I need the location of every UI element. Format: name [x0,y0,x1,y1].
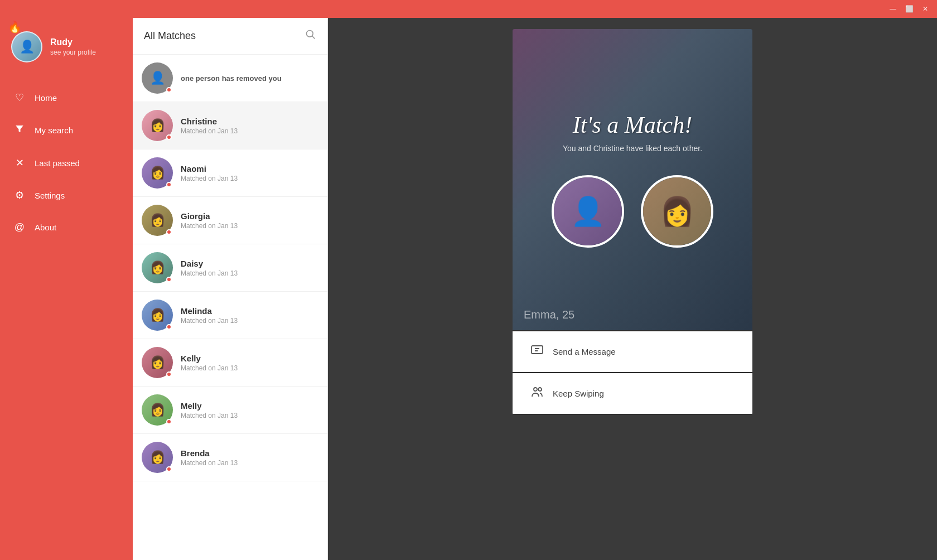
sidebar-item-about[interactable]: @ About [0,211,133,243]
svg-point-4 [538,388,542,391]
match-heading: It's a Match! [573,112,692,138]
match-info: Giorgia Matched on Jan 13 [181,211,318,230]
message-icon [530,344,544,360]
match-name: Kelly [181,354,318,363]
match-info: Naomi Matched on Jan 13 [181,164,318,182]
avatar-wrap: 👩 [142,110,173,141]
match-name: Melinda [181,306,318,316]
match-info: Melinda Matched on Jan 13 [181,306,318,325]
send-message-label: Send a Message [553,347,616,356]
match-date: Matched on Jan 13 [181,412,318,419]
search-icon[interactable] [305,29,316,43]
svg-rect-2 [532,346,543,354]
people-icon [530,385,544,402]
sidebar-nav: ♡ Home My search ✕ Last passed ⚙ Setting… [0,81,133,243]
avatar-wrap: 👩 [142,442,173,473]
match-card-bottom: Emma, 25 [513,300,752,330]
match-card: It's a Match! You and Christine have lik… [513,29,752,415]
sidebar-item-last-passed[interactable]: ✕ Last passed [0,147,133,179]
match-name: Christine [181,117,318,126]
notification-badge [166,87,172,93]
match-date: Matched on Jan 13 [181,269,318,277]
profile-name: Rudy [50,37,96,47]
notification-badge [166,466,172,472]
profile-info: Rudy see your profile [50,37,96,56]
user-avatar-image: 👤 [554,177,622,245]
notification-badge [166,371,172,377]
avatar-wrap: 👩 [142,205,173,236]
send-message-button[interactable]: Send a Message [513,331,752,372]
minimize-button[interactable]: — [890,5,896,13]
avatar: 👤 [11,31,42,62]
sidebar-item-label: Home [35,93,57,103]
profile-link[interactable]: see your profile [50,49,96,56]
sidebar-item-label: My search [35,125,73,135]
sidebar-item-label: About [35,223,56,232]
list-item[interactable]: 👩 Daisy Matched on Jan 13 [133,244,327,292]
matches-header: All Matches [133,18,327,55]
list-item[interactable]: 👩 Giorgia Matched on Jan 13 [133,197,327,244]
match-name: Daisy [181,259,318,268]
list-item[interactable]: 👩 Kelly Matched on Jan 13 [133,339,327,387]
match-info: Melly Matched on Jan 13 [181,401,318,419]
match-name: Giorgia [181,211,318,221]
list-item[interactable]: 👩 Naomi Matched on Jan 13 [133,149,327,197]
title-bar-controls: — ⬜ ✕ [890,5,937,13]
match-date: Matched on Jan 13 [181,364,318,372]
match-profile-avatar: 👩 [641,175,713,248]
filter-icon [13,124,26,137]
at-icon: @ [13,221,26,233]
match-info: Brenda Matched on Jan 13 [181,448,318,467]
match-date: Matched on Jan 13 [181,222,318,230]
list-item[interactable]: 👩 Melinda Matched on Jan 13 [133,292,327,339]
list-item[interactable]: 👩 Brenda Matched on Jan 13 [133,434,327,481]
match-card-image: It's a Match! You and Christine have lik… [513,29,752,330]
match-name: Melly [181,401,318,411]
match-name: Brenda [181,448,318,458]
match-date: Matched on Jan 13 [181,459,318,467]
sidebar-item-settings[interactable]: ⚙ Settings [0,179,133,211]
notification-badge [166,134,172,140]
matches-panel: All Matches 👤 one person has removed [133,18,328,560]
avatar-wrap: 👩 [142,300,173,331]
matches-title: All Matches [144,30,196,42]
keep-swiping-button[interactable]: Keep Swiping [513,373,752,414]
match-subtext: You and Christine have liked each other. [563,144,702,153]
match-date: Matched on Jan 13 [181,175,318,182]
match-info: one person has removed you [181,74,318,83]
close-button[interactable]: ✕ [922,5,928,13]
match-person-name: Emma, 25 [524,308,741,321]
user-avatar: 👤 [552,175,624,248]
match-card-content: It's a Match! You and Christine have lik… [513,112,752,248]
match-info: Kelly Matched on Jan 13 [181,354,318,372]
avatar-wrap: 👩 [142,157,173,189]
match-info: Daisy Matched on Jan 13 [181,259,318,277]
close-icon: ✕ [13,157,26,169]
list-item[interactable]: 👩 Melly Matched on Jan 13 [133,387,327,434]
sidebar-item-my-search[interactable]: My search [0,114,133,147]
app-window: 🔥 👤 Rudy see your profile ♡ Home [0,18,937,560]
avatar-image: 👤 [12,32,41,61]
main-content: It's a Match! You and Christine have lik… [328,18,937,560]
list-item[interactable]: 👩 Christine Matched on Jan 13 [133,102,327,149]
maximize-button[interactable]: ⬜ [905,5,914,13]
match-avatar-image: 👩 [643,177,711,245]
match-info: Christine Matched on Jan 13 [181,117,318,135]
match-actions: Send a Message Keep Swiping [513,331,752,414]
svg-point-3 [534,388,537,391]
notification-badge [166,277,172,282]
sidebar-item-home[interactable]: ♡ Home [0,81,133,114]
avatar-wrap: 👩 [142,347,173,378]
avatar-wrap: 👤 [142,62,173,94]
list-item[interactable]: 👤 one person has removed you [133,55,327,102]
notification-badge [166,324,172,330]
match-name: one person has removed you [181,74,318,83]
svg-line-1 [312,36,315,39]
svg-point-0 [307,31,313,37]
match-name: Naomi [181,164,318,173]
notification-badge [166,419,172,424]
match-avatars: 👤 👩 [552,175,713,248]
title-bar: — ⬜ ✕ [0,0,937,18]
notification-badge [166,182,172,187]
sidebar-item-label: Last passed [35,158,80,168]
